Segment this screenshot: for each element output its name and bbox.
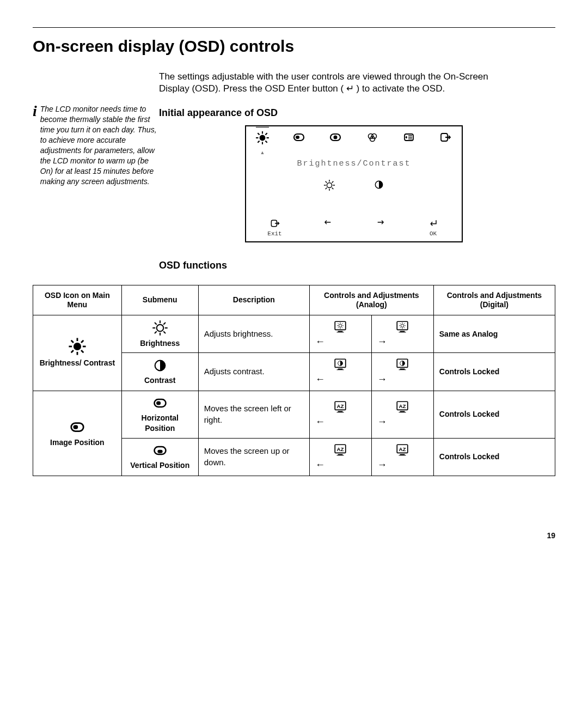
analog-brightness-inc: → [371, 315, 433, 353]
analog-contrast-dec: ← [309, 353, 371, 391]
submenu-contrast: Contrast [121, 353, 198, 391]
osd-tab-color [362, 131, 383, 149]
analog-vpos-dec: AZ ← [309, 438, 371, 476]
sun-outline-icon [152, 320, 168, 336]
osd-tab-options [398, 131, 420, 149]
page-title: On-screen display (OSD) controls [33, 35, 555, 58]
th-digital: Controls and Adjustments (Digital) [433, 285, 555, 315]
th-main-menu-icon: OSD Icon on Main Menu [33, 285, 122, 315]
osd-functions-table: OSD Icon on Main Menu Submenu Descriptio… [33, 285, 555, 476]
submenu-brightness: Brightness [121, 315, 198, 353]
osd-nav-exit: Exit [259, 218, 291, 238]
analog-hpos-inc: AZ → [371, 391, 433, 438]
analog-brightness-dec: ← [309, 315, 371, 353]
digital-hpos: Controls Locked [433, 391, 555, 438]
info-note-text: The LCD monitor needs time to become the… [40, 104, 159, 186]
hpos-icon [66, 419, 88, 435]
digital-contrast: Controls Locked [433, 353, 555, 391]
main-icon-image-position: Image Position [33, 391, 122, 476]
th-analog: Controls and Adjustments (Analog) [309, 285, 433, 315]
arrow-right-icon: → [377, 374, 387, 385]
analog-hpos-dec: AZ ← [309, 391, 371, 438]
info-note: i The LCD monitor needs time to become t… [33, 104, 159, 186]
osd-nav-right [364, 218, 397, 238]
th-submenu: Submenu [121, 285, 198, 315]
submenu-hpos: Horizontal Position [121, 391, 198, 438]
analog-contrast-inc: → [371, 353, 433, 391]
page-number: 19 [33, 531, 555, 541]
svg-text:AZ: AZ [399, 404, 406, 410]
osd-tab-image-position [288, 131, 310, 149]
arrow-left-icon: ← [315, 459, 325, 470]
desc-contrast: Adjusts contrast. [198, 353, 309, 391]
main-icon-label: Brightness/ Contrast [39, 358, 116, 368]
table-row: Image Position Horizontal Position Moves… [33, 391, 555, 438]
arrow-right-icon: → [377, 459, 387, 470]
th-description: Description [198, 285, 309, 315]
digital-vpos: Controls Locked [433, 438, 555, 476]
arrow-right-icon: → [377, 336, 387, 347]
analog-vpos-inc: AZ → [371, 438, 433, 476]
contrast-icon [373, 179, 384, 195]
subheading-initial-appearance: Initial appearance of OSD [159, 106, 555, 119]
osd-tab-image-setup [324, 131, 346, 149]
digital-brightness: Same as Analog [433, 315, 555, 353]
table-row: Brightness/ Contrast Brightness Adjusts … [33, 315, 555, 353]
hpos-icon [150, 395, 170, 411]
osd-panel-title: Brightness/Contrast [246, 151, 462, 174]
main-icon-brightness-contrast: Brightness/ Contrast [33, 315, 122, 391]
arrow-left-icon: ← [315, 374, 325, 385]
desc-hpos: Moves the screen left or right. [198, 391, 309, 438]
arrow-left-icon: ← [315, 416, 325, 427]
info-icon: i [33, 101, 37, 186]
osd-nav-left [311, 218, 344, 238]
brightness-icon [68, 337, 87, 356]
desc-brightness: Adjusts brightness. [198, 315, 309, 353]
osd-panel: Brightness/Contrast Exit [245, 125, 463, 242]
osd-nav-ok: OK [417, 218, 450, 238]
arrow-left-icon: ← [315, 336, 325, 347]
contrast-icon [152, 358, 168, 373]
svg-text:AZ: AZ [337, 404, 344, 410]
svg-text:AZ: AZ [399, 446, 406, 452]
sun-outline-icon [323, 179, 335, 195]
osd-tab-exit [434, 131, 456, 149]
vpos-icon [150, 443, 170, 458]
subheading-osd-functions: OSD functions [159, 259, 555, 272]
desc-vpos: Moves the screen up or down. [198, 438, 309, 476]
arrow-right-icon: → [377, 416, 387, 427]
intro-paragraph: The settings adjustable with the user co… [159, 71, 507, 96]
osd-tab-brightness [252, 131, 273, 149]
svg-text:AZ: AZ [337, 446, 344, 452]
submenu-vpos: Vertical Position [121, 438, 198, 476]
